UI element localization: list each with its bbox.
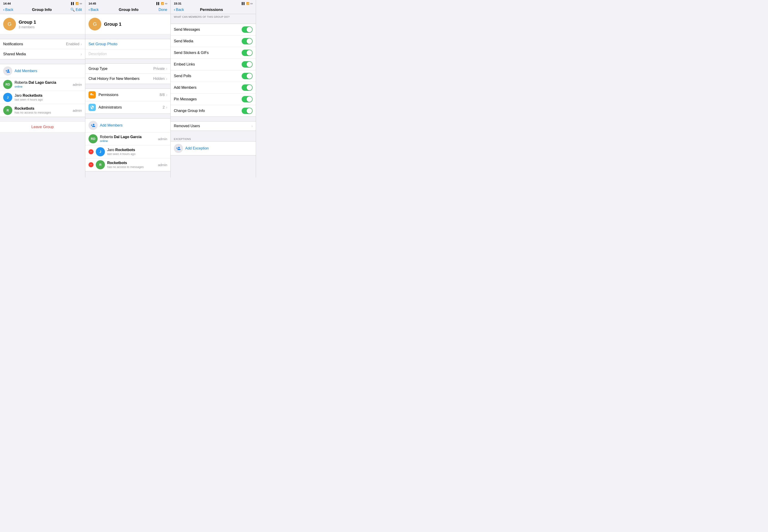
shared-media-label: Shared Media (3, 52, 81, 56)
back-button-3[interactable]: ‹ Back (174, 7, 184, 12)
members-section-1: Add Members RD Roberta Dal Lago Garcia o… (0, 64, 85, 117)
member-status-j-1: last seen 4 hours ago (15, 98, 82, 101)
set-group-photo-row[interactable]: Set Group Photo (85, 39, 170, 49)
nav-title-1: Group Info (32, 8, 52, 12)
nav-bar-3: ‹ Back Permissions (171, 6, 256, 14)
status-bar-2: 14:45 ▌▌ 📶 ▭ (85, 0, 170, 6)
add-exception-row[interactable]: Add Exception (171, 141, 256, 155)
group-info-text-1: Group 1 3 members (19, 20, 36, 29)
member-avatar-rd-1: RD (3, 80, 12, 89)
removed-users-row[interactable]: Removed Users › (171, 121, 256, 131)
administrators-chevron: › (166, 105, 167, 109)
wifi-icon-2: 📶 (161, 2, 164, 5)
perm-toggle-add-members[interactable]: ✓ (242, 84, 253, 91)
group-name-1: Group 1 (19, 20, 36, 25)
leave-group-button[interactable]: Leave Group (0, 122, 85, 132)
member-row-p2-2[interactable]: − J Jaro Rocketbots last seen 4 hours ag… (85, 145, 170, 158)
member-avatar-j-1: J (3, 93, 12, 102)
add-exception-icon (174, 144, 183, 153)
group-avatar-2: G (89, 18, 101, 30)
chat-history-value: Hidden (153, 77, 165, 81)
group-type-chevron: › (166, 67, 167, 71)
exceptions-header: EXCEPTIONS (171, 135, 256, 141)
add-members-row-2[interactable]: Add Members (85, 119, 170, 132)
perm-row-send-messages: Send Messages ✓ (171, 24, 256, 35)
back-label-1: Back (5, 8, 13, 12)
person-plus-exception-icon (176, 146, 181, 151)
permissions-label: Permissions (99, 93, 160, 97)
panel-content-2: G Group 1 Set Group Photo Description Gr… (85, 14, 170, 177)
chevron-left-icon-2: ‹ (89, 7, 90, 12)
back-label-2: Back (91, 8, 99, 12)
permissions-row[interactable]: Permissions 8/8 › (85, 89, 170, 101)
notifications-value: Enabled (66, 42, 79, 46)
nav-title-2: Group Info (119, 8, 139, 12)
done-button-2[interactable]: Done (159, 8, 167, 12)
panel-group-info-1: 14:44 ▌▌ 📶 ▭ ‹ Back Group Info 🔍 Edit G … (0, 0, 85, 177)
perm-label-pin-messages: Pin Messages (174, 97, 242, 101)
administrators-row[interactable]: Administrators 2 › (85, 101, 170, 114)
group-type-label: Group Type (89, 67, 153, 71)
group-header-2: G Group 1 (85, 14, 170, 34)
exceptions-section: EXCEPTIONS Add Exception (171, 135, 256, 155)
member-row-2[interactable]: J Jaro Rocketbots last seen 4 hours ago (0, 91, 85, 104)
perm-toggle-send-messages[interactable]: ✓ (242, 26, 253, 33)
toggle-check-add-members: ✓ (248, 86, 251, 89)
perm-toggle-send-stickers[interactable]: ✓ (242, 50, 253, 56)
signal-icon-3: ▌▌ (242, 2, 245, 5)
perm-toggle-change-group-info[interactable]: ✓ (242, 108, 253, 114)
status-bar-3: 15:31 ▌▌ 📶 ▭ (171, 0, 256, 6)
member-avatar-j-2: J (96, 147, 105, 156)
group-type-row[interactable]: Group Type Private › (85, 64, 170, 74)
back-button-1[interactable]: ‹ Back (3, 7, 13, 12)
group-members-1: 3 members (19, 25, 36, 29)
status-icons-2: ▌▌ 📶 ▭ (156, 2, 167, 5)
perm-toggle-embed-links[interactable]: ✓ (242, 61, 253, 68)
notifications-row[interactable]: Notifications Enabled › (0, 39, 85, 49)
member-row-1[interactable]: RD Roberta Dal Lago Garcia online admin (0, 78, 85, 91)
perm-toggle-send-polls[interactable]: ✓ (242, 73, 253, 79)
perm-label-send-messages: Send Messages (174, 28, 242, 32)
permissions-chevron: › (166, 93, 167, 97)
member-name-j-1: Jaro Rocketbots (15, 94, 82, 98)
remove-button-j[interactable]: − (89, 149, 94, 154)
group-avatar-1: G (3, 18, 16, 30)
removed-users-label: Removed Users (174, 124, 251, 128)
status-time-3: 15:31 (174, 2, 181, 5)
member-avatar-r-2: R (96, 160, 105, 169)
add-members-row-1[interactable]: Add Members (0, 64, 85, 78)
panel-permissions: 15:31 ▌▌ 📶 ▭ ‹ Back Permissions WHAT CAN… (171, 0, 256, 177)
toggle-check-pin-messages: ✓ (248, 97, 251, 101)
signal-icon-2: ▌▌ (156, 2, 160, 5)
battery-icon-3: ▭ (250, 2, 253, 5)
member-role-rd-2: admin (158, 137, 167, 141)
toggle-check-change-group-info: ✓ (248, 109, 251, 113)
signal-icon-1: ▌▌ (71, 2, 75, 5)
perm-row-embed-links: Embed Links ✓ (171, 59, 256, 70)
member-name-j-2: Jaro Rocketbots (107, 148, 167, 152)
shared-media-row[interactable]: Shared Media › (0, 49, 85, 59)
perm-toggle-pin-messages[interactable]: ✓ (242, 96, 253, 102)
member-status-r-1: has no access to messages (15, 111, 73, 114)
member-status-r-2: has no access to messages (107, 165, 158, 169)
permissions-icon-cell (89, 91, 96, 99)
panel-content-3: WHAT CAN MEMBERS OF THIS GROUP DO? Send … (171, 14, 256, 177)
edit-button-1[interactable]: 🔍 Edit (70, 8, 82, 12)
removed-users-chevron: › (251, 124, 253, 128)
member-name-r-1: Rocketbots (15, 106, 73, 111)
member-row-3[interactable]: R Rocketbots has no access to messages a… (0, 104, 85, 117)
wifi-icon-3: 📶 (246, 2, 249, 5)
member-row-p2-3[interactable]: − R Rocketbots has no access to messages… (85, 158, 170, 171)
notifications-chevron: › (81, 42, 82, 46)
members-list-2: Add Members RD Roberta Dal Lago Garcia o… (85, 118, 170, 171)
back-button-2[interactable]: ‹ Back (89, 7, 99, 12)
description-row[interactable]: Description (85, 49, 170, 59)
member-row-p2-1[interactable]: RD Roberta Dal Lago Garcia online admin (85, 132, 170, 145)
toggle-check-send-polls: ✓ (248, 74, 251, 78)
remove-button-r[interactable]: − (89, 162, 94, 167)
chat-history-row[interactable]: Chat History For New Members Hidden › (85, 74, 170, 84)
perm-toggle-send-media[interactable]: ✓ (242, 38, 253, 44)
notifications-label: Notifications (3, 42, 66, 46)
panel-content-1: G Group 1 3 members Notifications Enable… (0, 14, 85, 177)
person-plus-icon-1 (5, 69, 10, 73)
